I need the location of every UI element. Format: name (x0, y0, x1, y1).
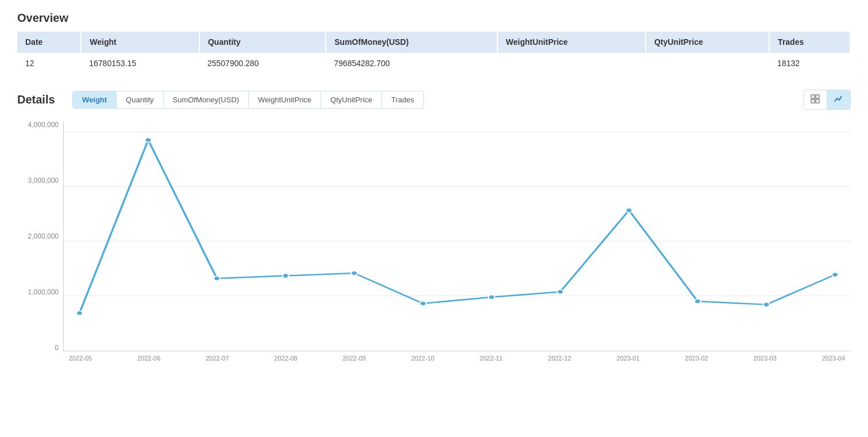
x-label-0: 2022-05 (63, 355, 98, 362)
svg-point-12 (626, 208, 632, 213)
y-label-4: 4,000,000 (28, 121, 59, 128)
cell-sumofmoney: 796854282.700 (326, 53, 497, 74)
cell-weightunitprice (497, 53, 646, 74)
table-view-button[interactable] (804, 90, 827, 109)
tab-trades[interactable]: Trades (382, 91, 423, 108)
svg-point-10 (488, 295, 495, 300)
table-row: 12 16780153.15 25507900.280 796854282.70… (17, 53, 850, 74)
cell-trades: 18132 (769, 53, 850, 74)
col-trades: Trades (769, 32, 850, 53)
svg-point-7 (283, 274, 289, 278)
x-axis: 2022-05 2022-06 2022-07 2022-08 2022-09 … (63, 351, 851, 374)
col-qtyunitprice: QtyUnitPrice (646, 32, 769, 53)
svg-point-14 (763, 302, 770, 307)
cell-weight: 16780153.15 (81, 53, 199, 74)
svg-point-13 (695, 299, 701, 304)
y-label-0: 0 (55, 344, 59, 351)
overview-table: Date Weight Quantity SumOfMoney(USD) Wei… (17, 32, 851, 74)
svg-rect-2 (811, 99, 815, 103)
cell-qtyunitprice (646, 53, 769, 74)
view-toggle (803, 90, 851, 110)
svg-point-11 (557, 289, 564, 294)
cell-quantity: 25507900.280 (199, 53, 326, 74)
x-label-6: 2022-11 (474, 355, 508, 362)
tab-group: Weight Quantity SumOfMoney(USD) WeightUn… (72, 91, 424, 109)
overview-title: Overview (17, 12, 851, 25)
tab-qtyunitprice[interactable]: QtyUnitPrice (321, 91, 382, 108)
col-sumofmoney: SumOfMoney(USD) (326, 32, 497, 53)
chart-view-button[interactable] (827, 90, 850, 109)
x-label-11: 2023-04 (816, 355, 851, 362)
details-header: Details Weight Quantity SumOfMoney(USD) … (17, 90, 851, 110)
x-label-7: 2022-12 (542, 355, 577, 362)
x-label-5: 2022-10 (406, 355, 440, 362)
svg-rect-0 (811, 95, 815, 98)
line-chart-svg (64, 121, 851, 351)
x-label-3: 2022-08 (269, 355, 303, 362)
y-axis: 0 1,000,000 2,000,000 3,000,000 4,000,00… (17, 121, 63, 351)
cell-date: 12 (17, 53, 81, 74)
y-label-2: 2,000,000 (28, 233, 59, 240)
table-icon (811, 94, 820, 103)
chart-container: 0 1,000,000 2,000,000 3,000,000 4,000,00… (17, 121, 851, 374)
details-section: Details Weight Quantity SumOfMoney(USD) … (17, 90, 851, 374)
col-date: Date (17, 32, 81, 53)
svg-point-9 (420, 301, 426, 306)
tab-weightunitprice[interactable]: WeightUnitPrice (249, 91, 321, 108)
svg-rect-3 (816, 99, 819, 103)
svg-rect-1 (816, 95, 819, 98)
y-label-3: 3,000,000 (28, 177, 59, 184)
tab-sumofmoney[interactable]: SumOfMoney(USD) (164, 91, 249, 108)
x-label-8: 2023-01 (611, 355, 645, 362)
y-label-1: 1,000,000 (28, 289, 59, 296)
svg-point-15 (832, 273, 838, 277)
x-label-10: 2023-03 (748, 355, 782, 362)
col-quantity: Quantity (199, 32, 326, 53)
chart-icon (834, 94, 843, 103)
tab-weight[interactable]: Weight (73, 91, 117, 108)
x-label-1: 2022-06 (132, 355, 166, 362)
col-weight: Weight (81, 32, 199, 53)
tab-quantity[interactable]: Quantity (117, 91, 163, 108)
x-label-4: 2022-09 (337, 355, 372, 362)
x-label-9: 2023-02 (680, 355, 714, 362)
x-label-2: 2022-07 (200, 355, 234, 362)
svg-point-6 (214, 276, 220, 281)
overview-section: Overview Date Weight Quantity SumOfMoney… (17, 12, 851, 74)
svg-point-8 (351, 271, 357, 275)
col-weightunitprice: WeightUnitPrice (497, 32, 646, 53)
chart-plot (63, 121, 851, 351)
table-header-row: Date Weight Quantity SumOfMoney(USD) Wei… (17, 32, 850, 53)
svg-point-4 (76, 310, 83, 315)
svg-point-5 (145, 137, 151, 142)
details-title: Details (17, 93, 63, 106)
